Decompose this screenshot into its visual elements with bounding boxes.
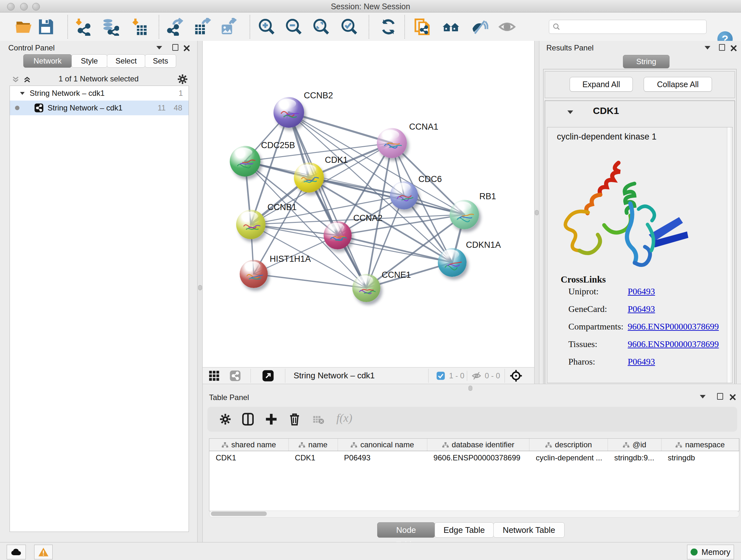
open-session-folder-icon[interactable]	[15, 18, 33, 36]
tab-sets[interactable]: Sets	[145, 54, 176, 68]
node-CDC25B[interactable]	[230, 146, 260, 177]
splitter-grip[interactable]	[535, 210, 539, 215]
table-horizontal-scrollbar[interactable]	[209, 510, 739, 517]
export-table-icon[interactable]	[194, 18, 212, 36]
column-header-@id[interactable]: @id	[608, 439, 662, 451]
node-RB1[interactable]	[450, 200, 479, 229]
table-cell[interactable]: CDK1	[209, 451, 288, 465]
export-network-icon[interactable]	[166, 18, 184, 36]
refresh-icon[interactable]	[380, 18, 397, 36]
column-header-shared-name[interactable]: shared name	[209, 439, 288, 451]
gear-icon[interactable]	[219, 413, 232, 426]
collapse-panel-icon[interactable]	[156, 46, 163, 53]
tab-style[interactable]: Style	[71, 54, 107, 68]
import-network-database-icon[interactable]	[101, 18, 119, 36]
zoom-fit-icon[interactable]	[313, 18, 330, 36]
collapse-triangle-icon[interactable]	[567, 111, 573, 114]
node-CDC6[interactable]	[390, 181, 418, 209]
save-session-icon[interactable]	[37, 18, 55, 36]
share-view-icon[interactable]	[229, 370, 241, 381]
crosslink-link[interactable]: P06493	[628, 357, 655, 367]
birds-eye-view-icon[interactable]	[510, 369, 522, 382]
node-CCNA2[interactable]	[324, 221, 352, 249]
left-splitter[interactable]	[197, 41, 203, 542]
export-image-icon[interactable]	[220, 18, 238, 36]
node-HIST1H1A[interactable]	[240, 260, 268, 288]
tab-network[interactable]: Network	[23, 54, 72, 68]
network-row[interactable]: String Network – cdk1 11 48	[10, 101, 189, 115]
node-CCNB1[interactable]	[236, 210, 266, 239]
zoom-selected-icon[interactable]	[340, 18, 358, 36]
tab-edge-table[interactable]: Edge Table	[434, 522, 494, 538]
import-table-icon[interactable]	[130, 18, 148, 36]
enable-glass-effect-icon[interactable]	[470, 18, 488, 36]
tab-select[interactable]: Select	[107, 54, 145, 68]
expand-all-button[interactable]: Expand All	[569, 77, 633, 91]
crosslink-link[interactable]: P06493	[628, 304, 655, 314]
table-cell[interactable]: CDK1	[288, 451, 338, 465]
memory-button[interactable]: Memory	[687, 545, 734, 559]
close-panel-icon[interactable]	[729, 394, 736, 401]
delete-table-icon[interactable]	[313, 415, 324, 425]
float-panel-icon[interactable]	[172, 44, 179, 51]
crosslink-link[interactable]: 9606.ENSP00000378699	[628, 339, 719, 349]
node-CCNB2[interactable]	[273, 97, 304, 128]
crosslink-link[interactable]: 9606.ENSP00000378699	[628, 321, 719, 332]
node-label-CDC25B: CDC25B	[261, 140, 295, 150]
network-collection-row[interactable]: String Network – cdk1 1	[10, 86, 189, 101]
delete-trash-icon[interactable]	[288, 412, 301, 427]
network-canvas[interactable]: CCNB2CCNA1CDC25BCDK1CDC6RB1CCNB1CCNA2CDK…	[203, 41, 534, 367]
node-CDK1[interactable]	[294, 163, 324, 192]
collapse-triangle-icon[interactable]	[19, 91, 25, 95]
selected-checkbox-icon[interactable]	[436, 371, 445, 380]
edge-CCNB2-CCNA1[interactable]	[289, 112, 392, 143]
function-builder-icon[interactable]: f(x)	[336, 411, 352, 425]
crosslink-link[interactable]: P06493	[628, 287, 655, 297]
tab-network-table[interactable]: Network Table	[493, 522, 564, 538]
search-field[interactable]	[549, 20, 706, 34]
string-protein-query-icon[interactable]	[414, 18, 432, 36]
node-CCNA1[interactable]	[377, 128, 407, 158]
float-panel-icon[interactable]	[719, 44, 726, 51]
import-network-file-icon[interactable]	[74, 18, 92, 36]
detach-view-icon[interactable]	[262, 370, 274, 382]
results-scrollbar[interactable]	[727, 127, 731, 383]
add-icon[interactable]	[265, 413, 278, 426]
warnings-button[interactable]	[34, 545, 53, 559]
grid-view-icon[interactable]	[208, 370, 220, 381]
horizontal-splitter-grip[interactable]	[468, 386, 472, 391]
collapse-panel-icon[interactable]	[704, 46, 712, 53]
edge-HIST1H1A-CCNE1[interactable]	[254, 274, 366, 288]
column-header-namespace[interactable]: namespace	[661, 439, 739, 451]
collapse-panel-icon[interactable]	[700, 395, 707, 402]
close-panel-icon[interactable]	[730, 45, 737, 52]
column-header-database-identifier[interactable]: database identifier	[427, 439, 529, 451]
disable-glass-effect-icon[interactable]	[498, 18, 516, 36]
gear-icon[interactable]	[177, 73, 188, 85]
splitter-grip[interactable]	[198, 285, 202, 290]
node-CCNE1[interactable]	[352, 274, 381, 302]
table-cell[interactable]: stringdb	[661, 451, 739, 465]
cloud-button[interactable]	[7, 545, 26, 559]
table-cell[interactable]: 9606.ENSP00000378699	[427, 451, 529, 465]
table-cell[interactable]: cyclin-dependent ...	[529, 451, 608, 465]
tab-node-table[interactable]: Node Table	[377, 522, 435, 538]
search-input[interactable]	[563, 22, 706, 32]
string-home-icon[interactable]	[442, 18, 460, 36]
node-CDKN1A[interactable]	[438, 248, 467, 277]
close-panel-icon[interactable]	[183, 45, 190, 52]
tab-string[interactable]: String	[623, 55, 670, 68]
column-header-description[interactable]: description	[529, 439, 608, 451]
column-header-canonical-name[interactable]: canonical name	[338, 439, 427, 451]
table-row[interactable]: CDK1CDK1P064939606.ENSP00000378699cyclin…	[209, 451, 739, 465]
zoom-in-icon[interactable]	[258, 18, 276, 36]
show-columns-icon[interactable]	[241, 412, 255, 426]
table-cell[interactable]: P06493	[338, 451, 427, 465]
zoom-out-icon[interactable]	[285, 18, 303, 36]
right-splitter[interactable]	[534, 41, 539, 388]
table-cell[interactable]: stringdb:9...	[608, 451, 662, 465]
float-panel-icon[interactable]	[717, 393, 724, 400]
string-results-container: Expand All Collapse All CDK1 cyclin-depe…	[543, 69, 737, 387]
column-header-name[interactable]: name	[288, 439, 338, 451]
collapse-all-button[interactable]: Collapse All	[644, 77, 712, 91]
